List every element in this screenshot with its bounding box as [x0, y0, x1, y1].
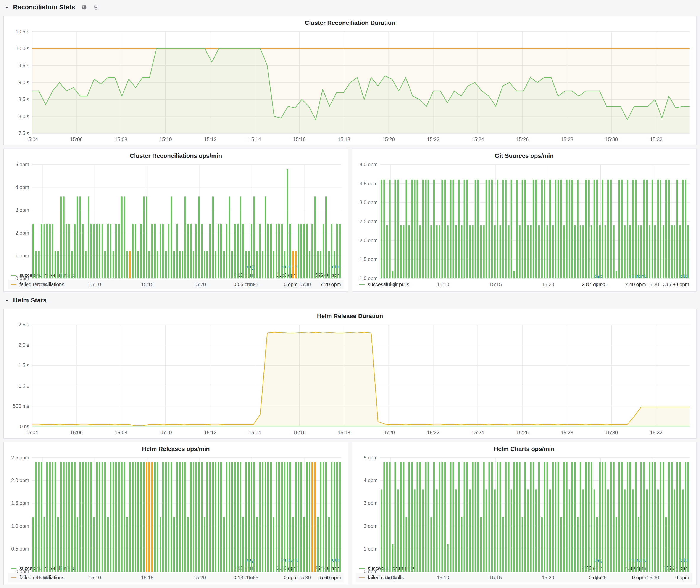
git-sources-opm-chart[interactable]: 15:0515:1015:1515:2015:2515:304.0 opm3.5… [355, 162, 693, 271]
svg-text:0.5 opm: 0.5 opm [11, 546, 29, 552]
svg-text:15:20: 15:20 [194, 575, 206, 580]
chart-svg: 15:0515:1015:1515:2015:2515:304.0 opm3.5… [355, 162, 693, 288]
helm-release-duration-chart[interactable]: 15:0415:0615:0815:1015:1215:1415:1615:18… [7, 322, 693, 436]
svg-text:1.0 s: 1.0 s [18, 383, 29, 389]
row-title: Reconciliation Stats [13, 3, 75, 11]
svg-text:15:28: 15:28 [561, 430, 573, 435]
panel-title[interactable]: Git Sources ops/min [355, 151, 693, 162]
panel-title[interactable]: Helm Releases ops/min [7, 444, 345, 455]
svg-text:15:18: 15:18 [338, 430, 350, 435]
chart-svg: 15:0515:1015:1515:2015:2515:305 opm4 opm… [7, 162, 345, 288]
row-header-reconciliation-stats[interactable]: Reconciliation Stats [3, 2, 697, 13]
svg-text:15:30: 15:30 [298, 282, 311, 287]
svg-text:15:05: 15:05 [36, 575, 49, 580]
svg-text:15:30: 15:30 [298, 575, 311, 580]
svg-text:15:24: 15:24 [472, 137, 484, 142]
svg-text:5 opm: 5 opm [15, 162, 29, 167]
gear-icon[interactable] [81, 4, 87, 10]
svg-text:15:10: 15:10 [437, 575, 449, 580]
svg-text:15:10: 15:10 [159, 137, 172, 142]
panel-cluster-reconciliations-opm: Cluster Reconciliations ops/min 15:0515:… [3, 149, 348, 292]
svg-text:15:16: 15:16 [293, 137, 306, 142]
svg-text:2.5 opm: 2.5 opm [11, 455, 29, 460]
svg-text:15:20: 15:20 [194, 282, 206, 287]
svg-text:2.0 opm: 2.0 opm [11, 478, 29, 483]
svg-text:15:12: 15:12 [204, 137, 216, 142]
panel-helm-charts-opm: Helm Charts ops/min 15:0515:1015:1515:20… [352, 442, 697, 585]
svg-text:2.0 s: 2.0 s [18, 342, 29, 348]
svg-text:3.5 opm: 3.5 opm [360, 181, 377, 186]
svg-text:1 opm: 1 opm [15, 253, 29, 258]
svg-text:15:15: 15:15 [489, 282, 502, 287]
svg-text:15:15: 15:15 [141, 282, 153, 287]
panel-row: Cluster Reconciliations ops/min 15:0515:… [3, 149, 697, 292]
svg-text:15:08: 15:08 [115, 430, 127, 435]
svg-text:1.0 opm: 1.0 opm [360, 276, 377, 281]
panel-helm-releases-opm: Helm Releases ops/min 15:0515:1015:1515:… [3, 442, 348, 585]
svg-text:9.5 s: 9.5 s [18, 63, 29, 68]
panel-row: Helm Releases ops/min 15:0515:1015:1515:… [3, 442, 697, 585]
svg-text:0 ns: 0 ns [20, 424, 29, 429]
svg-text:3 opm: 3 opm [15, 207, 29, 213]
cluster-reconciliations-opm-chart[interactable]: 15:0515:1015:1515:2015:2515:305 opm4 opm… [7, 162, 345, 262]
svg-text:0 opm: 0 opm [364, 569, 377, 574]
svg-text:15:06: 15:06 [70, 137, 83, 142]
helm-releases-opm-chart[interactable]: 15:0515:1015:1515:2015:2515:302.5 opm2.0… [7, 455, 345, 555]
chart-svg: 15:0415:0615:0815:1015:1215:1415:1615:18… [7, 29, 693, 143]
svg-text:15:10: 15:10 [89, 575, 101, 580]
svg-text:15:25: 15:25 [594, 575, 607, 580]
panel-title[interactable]: Helm Release Duration [7, 311, 693, 322]
svg-text:8.5 s: 8.5 s [18, 97, 29, 102]
svg-text:5 opm: 5 opm [364, 455, 377, 460]
svg-text:15:28: 15:28 [561, 137, 573, 142]
panel-title[interactable]: Helm Charts ops/min [355, 444, 693, 455]
svg-text:15:22: 15:22 [427, 430, 440, 435]
svg-text:15:22: 15:22 [427, 137, 440, 142]
svg-text:2.5 opm: 2.5 opm [360, 219, 377, 224]
svg-text:1.5 s: 1.5 s [18, 363, 29, 368]
row-title: Helm Stats [13, 297, 47, 304]
row-header-helm-stats[interactable]: Helm Stats [3, 295, 697, 306]
panel-helm-release-duration: Helm Release Duration 15:0415:0615:0815:… [3, 309, 697, 439]
svg-text:3.0 opm: 3.0 opm [360, 200, 377, 205]
svg-text:15:08: 15:08 [115, 137, 127, 142]
svg-text:15:30: 15:30 [647, 575, 659, 580]
svg-text:15:18: 15:18 [338, 137, 350, 142]
chart-svg: 15:0515:1015:1515:2015:2515:302.5 opm2.0… [7, 455, 345, 582]
svg-text:15:20: 15:20 [542, 282, 554, 287]
svg-text:500 ms: 500 ms [13, 403, 29, 409]
svg-text:15:26: 15:26 [516, 430, 529, 435]
panel-title[interactable]: Cluster Reconciliations ops/min [7, 151, 345, 162]
svg-text:2 opm: 2 opm [364, 523, 377, 529]
cluster-reconciliation-duration-chart[interactable]: 15:0415:0615:0815:1015:1215:1415:1615:18… [7, 29, 693, 143]
svg-text:15:15: 15:15 [141, 575, 153, 580]
chart-svg: 15:0515:1015:1515:2015:2515:305 opm4 opm… [355, 455, 693, 582]
svg-text:15:10: 15:10 [89, 282, 101, 287]
svg-text:1.5 opm: 1.5 opm [360, 257, 377, 262]
row-actions [81, 4, 99, 10]
svg-text:15:10: 15:10 [437, 282, 449, 287]
svg-text:15:25: 15:25 [246, 575, 258, 580]
svg-text:15:26: 15:26 [516, 137, 529, 142]
trash-icon[interactable] [93, 4, 99, 10]
svg-text:10.0 s: 10.0 s [16, 46, 29, 51]
svg-text:15:24: 15:24 [472, 430, 484, 435]
svg-text:15:15: 15:15 [489, 575, 502, 580]
panel-title[interactable]: Cluster Reconciliation Duration [7, 18, 693, 29]
panel-cluster-reconciliation-duration: Cluster Reconciliation Duration 15:0415:… [3, 16, 697, 145]
svg-text:15:14: 15:14 [248, 430, 261, 435]
svg-text:15:16: 15:16 [293, 430, 306, 435]
svg-text:4.0 opm: 4.0 opm [360, 162, 377, 167]
svg-text:15:25: 15:25 [246, 282, 258, 287]
svg-text:0 opm: 0 opm [15, 276, 29, 281]
svg-text:15:30: 15:30 [605, 137, 618, 142]
collapse-chevron-icon [4, 4, 10, 10]
helm-charts-opm-chart[interactable]: 15:0515:1015:1515:2015:2515:305 opm4 opm… [355, 455, 693, 555]
dashboard: Reconciliation Stats Cluster Reconciliat… [0, 0, 700, 587]
svg-text:15:14: 15:14 [248, 137, 261, 142]
svg-text:15:04: 15:04 [26, 430, 38, 435]
svg-text:15:05: 15:05 [384, 282, 397, 287]
svg-text:2 opm: 2 opm [15, 230, 29, 236]
svg-text:15:20: 15:20 [542, 575, 554, 580]
svg-text:2.5 s: 2.5 s [18, 322, 29, 328]
